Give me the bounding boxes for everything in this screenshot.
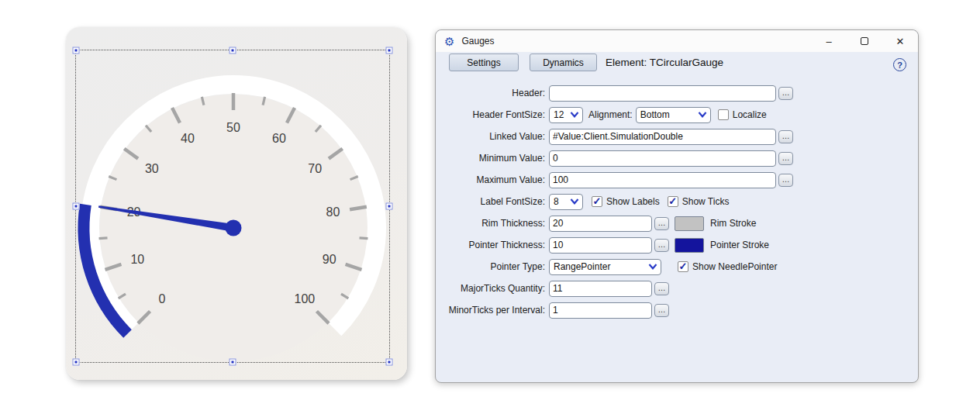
minorticks-per-interval-input[interactable] xyxy=(549,302,652,319)
header-input[interactable] xyxy=(549,85,776,102)
show-needlepointer-label: Show NeedlePointer xyxy=(692,261,777,272)
linked-value-more-button[interactable]: … xyxy=(778,130,793,143)
rim-thickness-row: Rim Thickness: … Rim Stroke xyxy=(440,212,915,234)
show-labels-label: Show Labels xyxy=(606,196,660,207)
header-fontsize-value: 12 xyxy=(554,109,564,120)
localize-checkbox[interactable] xyxy=(718,109,729,120)
selection-rectangle xyxy=(75,50,390,363)
header-label: Header: xyxy=(440,88,549,98)
rim-stroke-label: Rim Stroke xyxy=(710,218,756,229)
linked-value-label: Linked Value: xyxy=(440,131,549,142)
selection-handle-top-center[interactable] xyxy=(229,47,236,54)
maximum-value-label: Maximum Value: xyxy=(440,174,549,185)
label-fontsize-row: Label FontSize: 8 ✓ Show Labels ✓ Show T… xyxy=(440,191,915,212)
chevron-down-icon xyxy=(570,198,579,205)
rim-thickness-label: Rim Thickness: xyxy=(440,218,549,229)
pointer-stroke-swatch[interactable] xyxy=(675,238,704,253)
close-button[interactable]: ✕ xyxy=(882,30,918,52)
majorticks-quantity-more-button[interactable]: … xyxy=(654,282,669,295)
header-fontsize-row: Header FontSize: 12 Alignment: Bottom Lo… xyxy=(440,104,915,126)
header-fontsize-label: Header FontSize: xyxy=(440,109,549,120)
show-ticks-label: Show Ticks xyxy=(682,196,730,207)
pointer-thickness-more-button[interactable]: … xyxy=(654,239,669,252)
help-icon[interactable]: ? xyxy=(893,58,906,71)
minimum-value-more-button[interactable]: … xyxy=(778,152,793,165)
element-label: Element: TCircularGauge xyxy=(606,53,723,71)
minorticks-per-interval-more-button[interactable]: … xyxy=(654,304,669,317)
selection-handle-top-right[interactable] xyxy=(386,47,393,54)
pointer-type-row: Pointer Type: RangePointer ✓ Show Needle… xyxy=(440,256,915,278)
selection-handle-bottom-center[interactable] xyxy=(229,359,236,366)
chevron-down-icon xyxy=(698,112,707,118)
gear-icon: ⚙ xyxy=(444,36,454,47)
maximize-button[interactable] xyxy=(847,30,882,52)
label-fontsize-select[interactable]: 8 xyxy=(549,194,583,210)
show-needlepointer-checkbox[interactable]: ✓ xyxy=(678,261,688,272)
window-title: Gauges xyxy=(461,36,494,47)
label-fontsize-value: 8 xyxy=(554,196,559,207)
majorticks-quantity-row: MajorTicks Quantity: … xyxy=(440,278,915,299)
selection-handle-middle-right[interactable] xyxy=(386,203,393,210)
alignment-label: Alignment: xyxy=(588,109,633,120)
rim-stroke-swatch[interactable] xyxy=(675,216,704,231)
chevron-down-icon xyxy=(648,264,657,270)
settings-form: Header: … Header FontSize: 12 Alignment:… xyxy=(440,82,915,321)
show-ticks-checkbox[interactable]: ✓ xyxy=(668,196,678,207)
tab-settings[interactable]: Settings xyxy=(449,53,519,71)
pointer-thickness-row: Pointer Thickness: … Pointer Stroke xyxy=(440,234,915,256)
selection-handle-bottom-right[interactable] xyxy=(386,359,393,366)
show-labels-checkbox[interactable]: ✓ xyxy=(592,196,602,207)
maximum-value-input[interactable] xyxy=(549,172,776,188)
minorticks-per-interval-row: MinorTicks per Interval: … xyxy=(440,299,915,321)
pointer-type-value: RangePointer xyxy=(554,261,610,272)
majorticks-quantity-input[interactable] xyxy=(549,281,652,297)
linked-value-row: Linked Value: … xyxy=(440,126,915,147)
chevron-down-icon xyxy=(570,112,579,118)
minimum-value-label: Minimum Value: xyxy=(440,153,549,164)
title-bar[interactable]: ⚙ Gauges – ✕ xyxy=(436,30,918,52)
maximum-value-more-button[interactable]: … xyxy=(778,174,793,187)
pointer-thickness-input[interactable] xyxy=(549,237,652,254)
minimum-value-input[interactable] xyxy=(549,150,776,167)
header-row: Header: … xyxy=(440,82,915,104)
tab-dynamics[interactable]: Dynamics xyxy=(530,53,597,71)
selection-handle-middle-left[interactable] xyxy=(73,203,80,210)
header-fontsize-select[interactable]: 12 xyxy=(549,107,583,123)
header-more-button[interactable]: … xyxy=(778,87,793,100)
pointer-stroke-label: Pointer Stroke xyxy=(710,240,769,250)
alignment-value: Bottom xyxy=(640,109,670,120)
maximum-value-row: Maximum Value: … xyxy=(440,169,915,191)
maximize-icon xyxy=(861,37,868,45)
pointer-thickness-label: Pointer Thickness: xyxy=(440,240,549,250)
selection-handle-bottom-left[interactable] xyxy=(73,359,80,366)
localize-label: Localize xyxy=(733,109,767,120)
label-fontsize-label: Label FontSize: xyxy=(440,196,549,207)
rim-thickness-more-button[interactable]: … xyxy=(654,217,669,230)
linked-value-input[interactable] xyxy=(549,129,776,145)
minimum-value-row: Minimum Value: … xyxy=(440,147,915,169)
minimize-icon: – xyxy=(826,36,831,47)
alignment-select[interactable]: Bottom xyxy=(636,107,711,123)
close-icon: ✕ xyxy=(896,36,905,47)
pointer-type-label: Pointer Type: xyxy=(440,261,549,272)
pointer-type-select[interactable]: RangePointer xyxy=(549,259,661,275)
rim-thickness-input[interactable] xyxy=(549,216,652,232)
selection-handle-top-left[interactable] xyxy=(73,47,80,54)
minimize-button[interactable]: – xyxy=(811,30,847,52)
minorticks-per-interval-label: MinorTicks per Interval: xyxy=(440,305,549,316)
majorticks-quantity-label: MajorTicks Quantity: xyxy=(440,283,549,294)
gauges-dialog: ⚙ Gauges – ✕ Settings Dynamics Element: … xyxy=(435,29,919,383)
